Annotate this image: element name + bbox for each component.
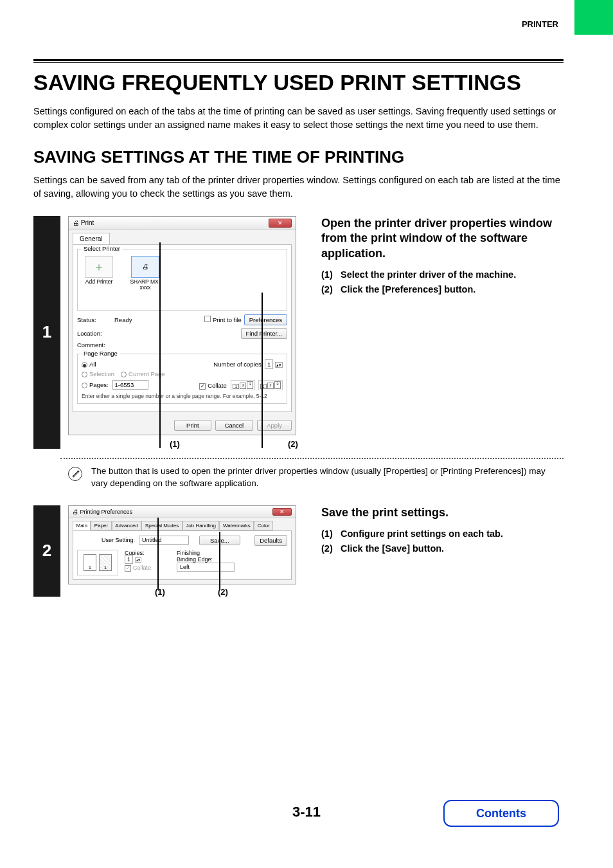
group-select-printer: Select Printer	[82, 245, 122, 252]
callout-1-label: (1)	[170, 439, 180, 449]
comment-label: Comment:	[77, 341, 114, 348]
defaults-button[interactable]: Defaults	[254, 535, 287, 546]
print-button[interactable]: Print	[174, 420, 211, 431]
note-icon	[68, 467, 82, 481]
status-value: Ready	[114, 316, 132, 323]
callout-line-1	[157, 518, 159, 590]
section-paragraph: Settings can be saved from any tab of th…	[33, 174, 564, 201]
step-1-item-2: (2)Click the [Preferences] button.	[321, 282, 564, 297]
callout-2-label: (2)	[288, 439, 298, 449]
tab-color[interactable]: Color	[254, 521, 273, 530]
copies-label: Number of copies:	[213, 361, 263, 368]
sharp-printer-item[interactable]: 🖨 SHARP MX-xxxx	[128, 256, 163, 291]
collate-icon: 123	[231, 380, 255, 390]
user-setting-select[interactable]: Untitled	[139, 536, 189, 545]
callout-line-2	[219, 532, 220, 590]
step-2-item-1: (1)Configure print settings on each tab.	[321, 527, 564, 541]
radio-selection-label: Selection	[89, 370, 114, 377]
dotted-separator	[60, 458, 564, 459]
radio-pages-label: Pages:	[89, 381, 109, 388]
printer-icon: 🖨	[73, 509, 78, 515]
step-number: 2	[33, 505, 60, 597]
print-to-file-checkbox[interactable]	[204, 316, 211, 322]
tab-advanced[interactable]: Advanced	[112, 521, 142, 530]
location-label: Location:	[77, 330, 114, 337]
preferences-button[interactable]: Preferences	[244, 314, 287, 325]
dialog-title: Print	[81, 219, 94, 226]
callout-line-1	[159, 242, 161, 448]
copies-input[interactable]: 1	[125, 555, 133, 564]
close-icon[interactable]: ✕	[269, 219, 292, 228]
callout-1-label: (1)	[155, 587, 165, 597]
close-icon[interactable]: ✕	[272, 508, 292, 516]
printer-icon: 🖨	[73, 219, 79, 226]
radio-current-page[interactable]	[121, 372, 127, 377]
collate-label: Collate	[208, 382, 227, 389]
group-page-range: Page Range	[82, 350, 120, 357]
step-1-item-1: (1)Select the printer driver of the mach…	[321, 267, 564, 282]
add-printer-icon: ＋	[93, 259, 105, 275]
tab-job-handling[interactable]: Job Handling	[182, 521, 220, 530]
contents-button[interactable]: Contents	[443, 800, 559, 827]
section-label: PRINTER	[522, 19, 558, 29]
radio-all[interactable]	[82, 362, 87, 368]
radio-pages[interactable]	[82, 383, 87, 388]
print-dialog-figure: 🖨 Print ✕ General Select Printer ＋ Add P…	[68, 216, 296, 435]
page-accent-bar	[574, 0, 613, 35]
title-rule-top	[33, 59, 564, 61]
binding-select[interactable]: Left	[177, 563, 235, 572]
find-printer-button[interactable]: Find Printer...	[241, 328, 288, 339]
step-2: 2 🖨 Printing Preferences ✕ Main Paper Ad…	[33, 505, 564, 597]
collate-checkbox-2[interactable]: ✓	[125, 565, 131, 572]
status-label: Status:	[77, 316, 114, 323]
tab-watermarks[interactable]: Watermarks	[219, 521, 254, 530]
cancel-button[interactable]: Cancel	[215, 420, 254, 431]
note-text: The button that is used to open the prin…	[91, 466, 564, 490]
collate-label-2: Collate	[133, 565, 151, 571]
add-printer-item[interactable]: ＋ Add Printer	[82, 256, 116, 291]
step-1: 1 🖨 Print ✕ General Select Printer	[33, 216, 564, 449]
tab-main[interactable]: Main	[73, 521, 91, 530]
step-1-title: Open the printer driver properties windo…	[321, 216, 564, 261]
pages-input[interactable]: 1-6553	[112, 380, 148, 390]
print-to-file-label: Print to file	[213, 316, 242, 323]
orientation-preview	[77, 550, 118, 575]
binding-label: Binding Edge:	[177, 556, 235, 563]
collate-checkbox[interactable]: ✓	[199, 383, 206, 390]
callout-line-2	[262, 293, 263, 448]
radio-selection[interactable]	[82, 372, 87, 377]
radio-all-label: All	[89, 361, 96, 368]
spinner-icon[interactable]: ▴▾	[135, 557, 141, 563]
page-title: SAVING FREQUENTLY USED PRINT SETTINGS	[33, 69, 564, 96]
tab-general[interactable]: General	[73, 233, 110, 244]
section-heading: SAVING SETTINGS AT THE TIME OF PRINTING	[33, 147, 564, 167]
title-rule-bottom	[33, 62, 564, 63]
tab-paper[interactable]: Paper	[91, 521, 111, 530]
step-2-item-2: (2)Click the [Save] button.	[321, 541, 564, 556]
intro-paragraph: Settings configured on each of the tabs …	[33, 105, 564, 132]
tab-special-modes[interactable]: Special Modes	[141, 521, 182, 530]
printer-device-icon: 🖨	[142, 263, 148, 270]
printing-preferences-figure: 🖨 Printing Preferences ✕ Main Paper Adva…	[68, 505, 296, 584]
finishing-label: Finishing	[177, 550, 235, 556]
pref-dialog-title: Printing Preferences	[80, 509, 133, 515]
step-2-title: Save the print settings.	[321, 505, 564, 520]
pages-hint: Enter either a single page number or a s…	[82, 393, 267, 399]
copies-input[interactable]: 1	[265, 359, 273, 369]
spinner-icon[interactable]: ▴▾	[275, 362, 283, 368]
step-number: 1	[33, 216, 60, 449]
user-setting-label: User Setting:	[102, 537, 135, 543]
